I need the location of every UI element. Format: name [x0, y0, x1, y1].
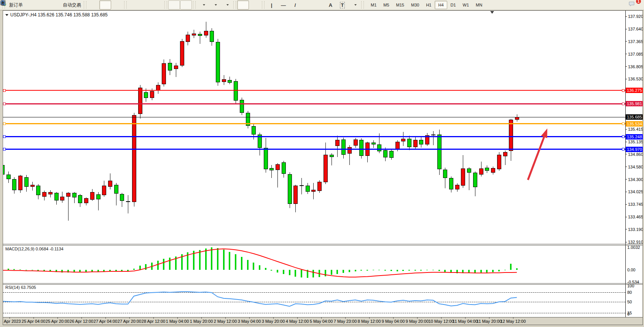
auto-scroll-button[interactable]	[168, 0, 180, 10]
horizontal-line-135.248[interactable]	[3, 136, 625, 137]
cursor-tool-button[interactable]	[237, 0, 249, 10]
line-handle[interactable]	[622, 89, 625, 92]
time-axis-label: 10 May 12:00	[429, 319, 454, 324]
channel-tool-button[interactable]	[301, 0, 313, 10]
candle-bearish	[216, 42, 220, 82]
timeframe-h4[interactable]: H4	[435, 1, 447, 9]
arrows-tool-button[interactable]	[348, 0, 360, 10]
zoom-out-button[interactable]	[140, 0, 151, 10]
toolbar-grip[interactable]	[84, 1, 86, 9]
label-tool-button[interactable]: T	[336, 0, 348, 10]
time-axis-label: 8 May 12:00	[358, 319, 381, 324]
time-axis-tick	[441, 317, 442, 319]
time-axis-label: 27 Apr 04:00	[94, 319, 117, 324]
search-button[interactable]	[616, 0, 628, 10]
horizontal-line-135.981[interactable]	[3, 103, 625, 104]
candle-bullish	[204, 31, 208, 35]
line-handle[interactable]	[3, 135, 6, 138]
line-handle[interactable]	[622, 135, 625, 138]
remote-terminal-button[interactable]	[36, 0, 48, 10]
timeframe-m15[interactable]: M15	[393, 1, 408, 9]
trendline-tool-button[interactable]: /	[289, 0, 301, 10]
rsi-splitter[interactable]	[3, 283, 643, 284]
time-axis-tick	[369, 317, 370, 319]
templates-button[interactable]	[220, 0, 232, 10]
price-tick	[625, 16, 627, 17]
horizontal-line-134.970[interactable]	[3, 149, 625, 150]
line-handle[interactable]	[622, 103, 625, 105]
chart-menu-caret-icon[interactable]	[5, 14, 8, 16]
time-axis-label: 1 May 20:00	[190, 319, 213, 324]
new-order-button[interactable]: 新订单	[6, 0, 24, 10]
timeframe-w1[interactable]: W1	[459, 1, 473, 9]
horizontal-line-tool-button[interactable]: —	[277, 0, 289, 10]
macd-splitter[interactable]	[3, 244, 643, 244]
price-tick-label: 134.860	[628, 152, 643, 157]
price-axis[interactable]: 137.920137.640137.365137.085136.805136.5…	[625, 11, 643, 317]
candle-bearish	[359, 140, 363, 156]
timeframe-mn[interactable]: MN	[472, 1, 486, 9]
candle-bullish	[30, 185, 35, 187]
indicators-button[interactable]	[197, 0, 209, 10]
candlestick-style-button[interactable]	[99, 0, 111, 10]
line-handle[interactable]	[3, 148, 6, 151]
price-tick	[625, 192, 627, 192]
line-handle[interactable]	[3, 122, 6, 125]
zoom-in-button[interactable]	[128, 0, 140, 10]
tile-windows-button[interactable]	[151, 0, 163, 10]
dropdown-caret-icon	[354, 4, 357, 6]
toolbar-grip[interactable]	[233, 1, 236, 9]
auto-trading-button[interactable]: 自动交易	[60, 0, 83, 10]
toolbar-grip[interactable]	[361, 1, 364, 9]
candle-bullish	[18, 176, 22, 190]
bar-chart-style-button[interactable]	[88, 0, 99, 10]
price-tick	[625, 129, 627, 130]
price-chart-panel[interactable]	[3, 11, 625, 244]
time-axis-label: 3 May 04:00	[238, 319, 261, 324]
timeframe-h1[interactable]: H1	[422, 1, 435, 9]
time-axis[interactable]: 24 Apr 202325 Apr 04:0025 Apr 20:0026 Ap…	[3, 317, 625, 325]
notifications-button[interactable]: 1	[628, 0, 640, 10]
candle-bearish	[54, 193, 59, 200]
price-tick	[625, 179, 627, 180]
price-tick-label: 136.805	[628, 64, 643, 69]
dropdown-caret-icon	[226, 4, 229, 6]
vertical-line-tool-button[interactable]: |	[266, 0, 277, 10]
crosshair-tool-button[interactable]	[249, 0, 261, 10]
toolbar-grip[interactable]	[164, 1, 167, 9]
line-handle[interactable]	[3, 89, 6, 92]
timeframe-d1[interactable]: D1	[447, 1, 459, 9]
timeframe-m30[interactable]: M30	[408, 1, 422, 9]
toolbar-grip[interactable]	[124, 1, 127, 9]
timeframe-m5[interactable]: M5	[380, 1, 392, 9]
chart-shift-marker-icon[interactable]	[490, 11, 494, 14]
price-tick	[625, 229, 627, 229]
toolbar-grip[interactable]	[262, 1, 265, 9]
time-axis-label: 24 Apr 2023	[3, 319, 21, 324]
rsi-panel[interactable]: RSI(14) 63.7505	[3, 285, 625, 317]
candle-bearish	[78, 195, 82, 203]
fibonacci-tool-button[interactable]	[313, 0, 325, 10]
alerts-sound-button[interactable]	[48, 0, 60, 10]
candle-bullish	[84, 198, 88, 203]
candle-bearish	[210, 31, 214, 42]
chart-shift-button[interactable]	[180, 0, 192, 10]
line-handle[interactable]	[622, 148, 625, 151]
periods-button[interactable]	[209, 0, 220, 10]
history-center-button[interactable]	[24, 0, 36, 10]
price-tick-label: 133.190	[628, 227, 643, 232]
candle-bullish	[455, 185, 459, 189]
candle-bearish	[443, 170, 447, 178]
horizontal-line-136.275[interactable]	[3, 90, 625, 91]
price-tick-label: 135.415	[628, 127, 643, 131]
line-handle[interactable]	[622, 122, 625, 125]
line-chart-style-button[interactable]	[111, 0, 123, 10]
text-tool-button[interactable]: A	[325, 0, 336, 10]
timeframe-m1[interactable]: M1	[367, 1, 380, 9]
line-handle[interactable]	[3, 103, 6, 105]
candle-bearish	[377, 144, 381, 152]
toolbar-grip[interactable]	[193, 1, 196, 9]
candle-bearish	[269, 168, 274, 170]
macd-panel[interactable]: MACD(12,26,9) 0.0684 -0.1134	[3, 245, 625, 283]
horizontal-line-135.534[interactable]	[3, 123, 625, 124]
